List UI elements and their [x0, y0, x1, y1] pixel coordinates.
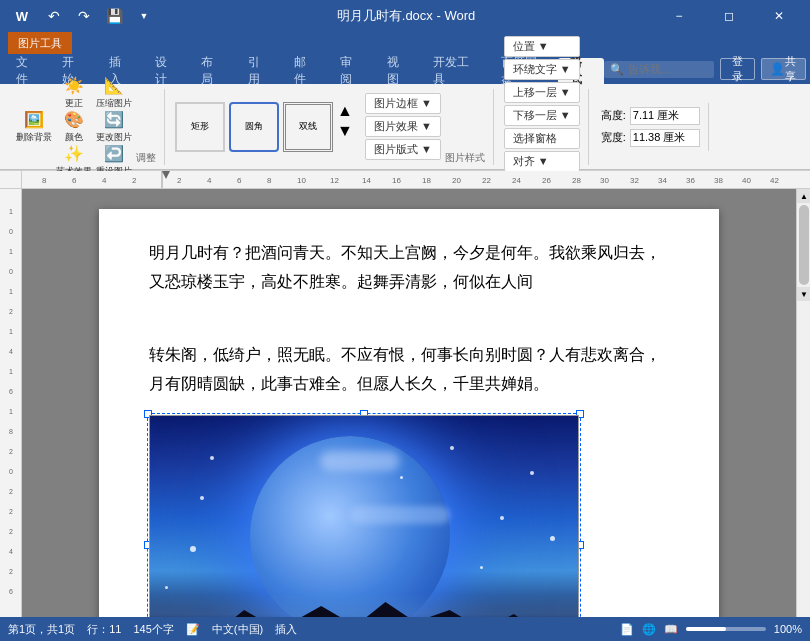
title-bar-left: W ↶ ↷ 💾 ▼: [8, 2, 156, 30]
svg-text:2: 2: [9, 488, 13, 495]
search-box-wrapper[interactable]: 🔍: [604, 61, 714, 78]
right-scrollbar[interactable]: ▲ ▼: [796, 189, 810, 618]
svg-text:8: 8: [267, 176, 272, 185]
style-arrows: ▲ ▼: [337, 102, 353, 152]
corrections-button[interactable]: ☀️ 更正: [56, 77, 92, 109]
spell-check-icon[interactable]: 📝: [186, 623, 200, 636]
view-print-btn[interactable]: 📄: [620, 623, 634, 636]
height-input[interactable]: [630, 107, 700, 125]
zoom-percent[interactable]: 100%: [774, 623, 802, 635]
width-input[interactable]: [630, 129, 700, 147]
undo-button[interactable]: ↶: [42, 4, 66, 28]
picture-layout-btn[interactable]: 图片版式 ▼: [365, 139, 441, 160]
svg-text:22: 22: [482, 176, 491, 185]
reset-icon: ↩️: [104, 144, 124, 163]
minimize-button[interactable]: −: [656, 0, 702, 32]
style-scroll-up[interactable]: ▲: [337, 102, 353, 120]
tab-mailings[interactable]: 邮件: [282, 58, 328, 84]
sparkle-2: [450, 446, 454, 450]
paragraph-break: [149, 305, 669, 334]
login-button[interactable]: 登录: [720, 58, 754, 80]
remove-bg-icon: 🖼️: [24, 110, 44, 129]
zoom-slider[interactable]: [686, 627, 766, 631]
language[interactable]: 中文(中国): [212, 622, 263, 637]
bring-forward-btn[interactable]: 上移一层 ▼: [504, 82, 580, 103]
customize-quick-access[interactable]: ▼: [132, 4, 156, 28]
tab-review[interactable]: 审阅: [328, 58, 374, 84]
style-scroll-down[interactable]: ▼: [337, 122, 353, 140]
picture-border-group: 图片边框 ▼ 图片效果 ▼ 图片版式 ▼: [365, 93, 441, 160]
search-input[interactable]: [628, 63, 708, 75]
sparkle-5: [500, 516, 504, 520]
compress-button[interactable]: 📐 压缩图片: [96, 77, 132, 109]
svg-text:4: 4: [207, 176, 212, 185]
wrap-text-btn[interactable]: 环绕文字 ▼: [504, 59, 580, 80]
tab-developer[interactable]: 开发工具: [421, 58, 490, 84]
view-read-btn[interactable]: 📖: [664, 623, 678, 636]
restore-button[interactable]: ◻: [706, 0, 752, 32]
picture-tools-label: 图片工具: [8, 32, 72, 54]
tab-design[interactable]: 设计: [143, 58, 189, 84]
svg-text:2: 2: [9, 508, 13, 515]
picture-tools-bar: 图片工具: [0, 32, 810, 54]
svg-text:6: 6: [237, 176, 242, 185]
svg-text:30: 30: [600, 176, 609, 185]
ribbon-search-area: 🔍 登录 👤 共享: [604, 58, 806, 84]
svg-text:0: 0: [9, 228, 13, 235]
document-text: 明月几时有？把酒问青天。不知天上宫阙，今夕是何年。我欲乘风归去，又恐琼楼玉宇，高…: [149, 239, 669, 399]
tab-layout[interactable]: 布局: [189, 58, 235, 84]
svg-text:18: 18: [422, 176, 431, 185]
send-backward-btn[interactable]: 下移一层 ▼: [504, 105, 580, 126]
corrections-icon: ☀️: [64, 76, 84, 95]
scroll-up-button[interactable]: ▲: [797, 189, 810, 203]
align-btn[interactable]: 对齐 ▼: [504, 151, 580, 172]
remove-background-button[interactable]: 🖼️ 删除背景: [16, 111, 52, 143]
arrange-section: 位置 ▼ 环绕文字 ▼ 上移一层 ▼ 下移一层 ▼ 选择窗格 对齐 ▼ 组合 ▼…: [496, 89, 589, 165]
tab-file[interactable]: 文件: [4, 58, 50, 84]
svg-text:6: 6: [9, 588, 13, 595]
view-web-btn[interactable]: 🌐: [642, 623, 656, 636]
picture-border-btn[interactable]: 图片边框 ▼: [365, 93, 441, 114]
close-button[interactable]: ✕: [756, 0, 802, 32]
document-scroll[interactable]: 明月几时有？把酒问青天。不知天上宫阙，今夕是何年。我欲乘风归去，又恐琼楼玉宇，高…: [22, 189, 796, 618]
svg-text:2: 2: [9, 568, 13, 575]
style-preset-3[interactable]: 双线: [283, 102, 333, 152]
style-preset-1[interactable]: 矩形: [175, 102, 225, 152]
sparkle-4: [200, 496, 204, 500]
sparkle-8: [400, 476, 403, 479]
picture-effects-btn[interactable]: 图片效果 ▼: [365, 116, 441, 137]
title-bar: W ↶ ↷ 💾 ▼ 明月几时有.docx - Word − ◻ ✕: [0, 0, 810, 32]
tab-references[interactable]: 引用: [236, 58, 282, 84]
width-input-row: 宽度:: [601, 129, 700, 147]
scroll-down-button[interactable]: ▼: [797, 287, 810, 301]
color-icon: 🎨: [64, 110, 84, 129]
adjust-btn-group: 🖼️ 删除背景: [16, 111, 52, 143]
document-image-wrapper[interactable]: 🖼: [149, 415, 579, 618]
svg-text:0: 0: [9, 468, 13, 475]
selection-pane-btn[interactable]: 选择窗格: [504, 128, 580, 149]
horizontal-ruler: 8 6 4 2 2 4 6 8 10 12 14 16 18 20 22 24 …: [22, 171, 810, 189]
tab-view[interactable]: 视图: [375, 58, 421, 84]
redo-button[interactable]: ↷: [72, 4, 96, 28]
sparkle-3: [530, 471, 534, 475]
ribbon-content: 🖼️ 删除背景 ☀️ 更正 🎨 颜色 ✨ 艺术效果: [0, 84, 810, 170]
position-btn[interactable]: 位置 ▼: [504, 36, 580, 57]
svg-text:2: 2: [9, 308, 13, 315]
share-button[interactable]: 👤 共享: [761, 58, 806, 80]
width-label: 宽度:: [601, 130, 626, 145]
size-section: 高度: 宽度:: [593, 103, 709, 151]
insert-mode[interactable]: 插入: [275, 622, 297, 637]
color-button[interactable]: 🎨 颜色: [56, 111, 92, 143]
svg-text:1: 1: [9, 248, 13, 255]
svg-text:12: 12: [330, 176, 339, 185]
scroll-track[interactable]: [797, 205, 810, 285]
cloud-2: [350, 506, 450, 524]
picture-styles-label: 图片样式: [445, 151, 485, 165]
style-preset-2[interactable]: 圆角: [229, 102, 279, 152]
save-button[interactable]: 💾: [102, 4, 126, 28]
svg-text:28: 28: [572, 176, 581, 185]
line-info: 行：11: [87, 622, 121, 637]
change-picture-button[interactable]: 🔄 更改图片: [96, 111, 132, 143]
scroll-thumb[interactable]: [799, 205, 809, 285]
svg-text:16: 16: [392, 176, 401, 185]
